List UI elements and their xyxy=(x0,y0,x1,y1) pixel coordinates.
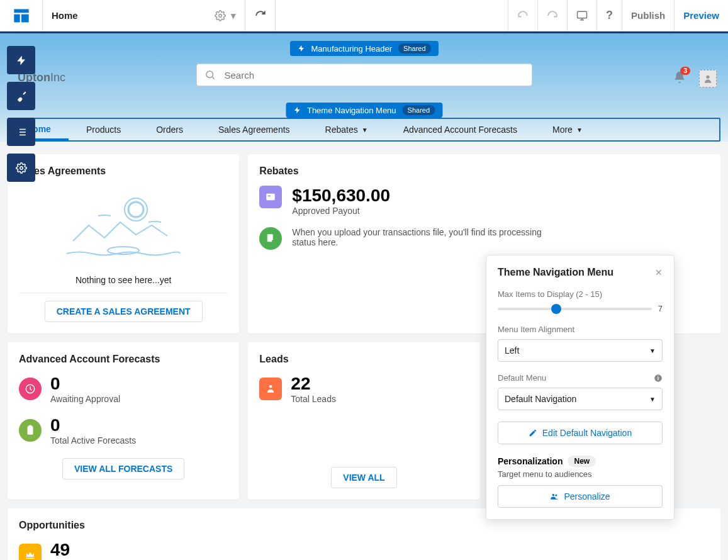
new-badge: New xyxy=(568,456,596,467)
default-menu-select[interactable]: Default Navigation ▼ xyxy=(498,388,663,410)
svg-rect-0 xyxy=(14,9,28,13)
theme-tool[interactable] xyxy=(7,82,35,110)
app-logo[interactable] xyxy=(0,0,43,31)
list-icon xyxy=(16,126,27,138)
svg-rect-25 xyxy=(29,425,32,427)
view-all-forecasts-button[interactable]: VIEW ALL FORECASTS xyxy=(62,458,184,479)
redo-icon xyxy=(547,10,558,21)
stat-value: 0 xyxy=(50,415,136,435)
search-input[interactable] xyxy=(225,70,524,81)
svg-point-26 xyxy=(269,385,272,388)
svg-point-9 xyxy=(706,76,709,79)
user-avatar[interactable] xyxy=(699,70,717,87)
people-icon xyxy=(550,492,559,501)
tab-sales-agreements[interactable]: Sales Agreements xyxy=(201,119,308,140)
default-menu-label: Default Menu i xyxy=(498,373,663,383)
max-items-label: Max Items to Display (2 - 15) xyxy=(498,289,663,299)
components-tool[interactable] xyxy=(7,46,35,74)
svg-rect-1 xyxy=(14,14,20,22)
card-title: Opportunities xyxy=(19,520,709,531)
personalize-button[interactable]: Personalize xyxy=(498,485,663,508)
desktop-view-button[interactable] xyxy=(567,0,596,31)
undo-icon xyxy=(517,10,529,21)
svg-rect-24 xyxy=(28,426,33,435)
global-search[interactable] xyxy=(196,64,532,86)
svg-line-8 xyxy=(212,77,214,79)
svg-point-19 xyxy=(108,247,139,254)
stat-label: Awaiting Approval xyxy=(50,394,120,404)
tab-orders[interactable]: Orders xyxy=(138,119,201,140)
page-selector[interactable]: Home ▾ xyxy=(43,0,245,31)
card-title: Sales Agreements xyxy=(19,165,228,177)
card-title: Advanced Account Forecasts xyxy=(19,354,228,365)
publish-button[interactable]: Publish xyxy=(622,0,674,31)
card-advanced-forecasts: Advanced Account Forecasts 0 Awaiting Ap… xyxy=(8,342,239,500)
gear-icon xyxy=(16,162,27,174)
edit-default-nav-button[interactable]: Edit Default Navigation xyxy=(498,422,663,444)
chevron-down-icon: ▾ xyxy=(231,10,236,21)
header-actions: 3 xyxy=(673,70,717,87)
header-preview: Manufacturing Header Shared UptonInc 3 T… xyxy=(0,33,728,142)
stat-label: Total Leads xyxy=(291,394,336,404)
crown-icon xyxy=(19,544,42,560)
redo-button[interactable] xyxy=(537,0,567,31)
personalization-sub: Target menu to audiences xyxy=(498,469,663,479)
svg-rect-2 xyxy=(21,14,29,22)
monitor-icon xyxy=(576,10,588,21)
page-structure-tool[interactable] xyxy=(7,118,35,146)
shared-pill: Shared xyxy=(403,105,435,115)
max-items-slider[interactable] xyxy=(498,308,652,310)
tab-rebates[interactable]: Rebates▼ xyxy=(308,119,386,140)
settings-tool[interactable] xyxy=(7,154,35,182)
svg-rect-21 xyxy=(268,196,271,197)
svg-point-17 xyxy=(128,202,143,217)
empty-illustration xyxy=(60,191,186,266)
tab-products[interactable]: Products xyxy=(69,119,138,140)
svg-point-16 xyxy=(20,166,23,169)
personalization-title: Personalization xyxy=(498,456,563,466)
theme-navigation-menu[interactable]: Home Products Orders Sales Agreements Re… xyxy=(8,118,720,142)
upload-status-icon xyxy=(259,227,282,250)
person-icon xyxy=(703,74,713,84)
shared-pill: Shared xyxy=(398,43,430,53)
svg-point-7 xyxy=(206,71,213,78)
help-button[interactable]: ? xyxy=(596,0,622,31)
svg-point-30 xyxy=(556,495,557,496)
card-leads: Leads 22 Total Leads VIEW ALL xyxy=(248,342,479,500)
undo-button[interactable] xyxy=(508,0,537,31)
card-title: Leads xyxy=(259,354,468,365)
manufacturing-header-badge[interactable]: Manufacturing Header Shared xyxy=(289,41,438,56)
notification-count: 3 xyxy=(680,67,690,75)
tab-advanced-forecasts[interactable]: Advanced Account Forecasts xyxy=(386,119,535,140)
create-sales-agreement-button[interactable]: CREATE A SALES AGREEMENT xyxy=(45,301,203,322)
slider-thumb[interactable] xyxy=(551,304,561,314)
lightning-icon xyxy=(297,45,305,52)
clock-icon xyxy=(19,378,42,400)
preview-button[interactable]: Preview xyxy=(674,0,728,31)
payout-amount: $150,630.00 xyxy=(292,186,390,206)
notifications-button[interactable]: 3 xyxy=(673,70,686,87)
refresh-icon xyxy=(255,10,266,21)
card-title: Rebates xyxy=(259,165,709,177)
tab-more[interactable]: More▼ xyxy=(535,119,600,140)
svg-rect-4 xyxy=(578,11,587,18)
stat-label: Total Active Forecasts xyxy=(50,435,136,445)
alignment-select[interactable]: Left ▼ xyxy=(498,339,663,362)
payout-label: Approved Payout xyxy=(292,206,390,216)
empty-text: Nothing to see here...yet xyxy=(19,275,228,285)
theme-nav-properties-panel: Theme Navigation Menu ✕ Max Items to Dis… xyxy=(486,255,675,520)
info-icon[interactable]: i xyxy=(654,374,663,383)
svg-rect-20 xyxy=(267,194,276,201)
gear-icon xyxy=(215,10,226,21)
clipboard-icon xyxy=(19,419,42,442)
lightning-icon xyxy=(293,106,301,114)
upload-text: When you upload your transactions file, … xyxy=(292,227,556,247)
stat-value: 0 xyxy=(50,374,120,394)
theme-nav-badge[interactable]: Theme Navigation Menu Shared xyxy=(286,103,442,118)
page-settings-dropdown[interactable]: ▾ xyxy=(215,10,236,21)
refresh-button[interactable] xyxy=(245,0,276,31)
lightning-icon xyxy=(16,55,27,66)
close-panel-button[interactable]: ✕ xyxy=(655,267,663,277)
view-all-leads-button[interactable]: VIEW ALL xyxy=(331,467,396,488)
svg-point-3 xyxy=(219,14,222,17)
